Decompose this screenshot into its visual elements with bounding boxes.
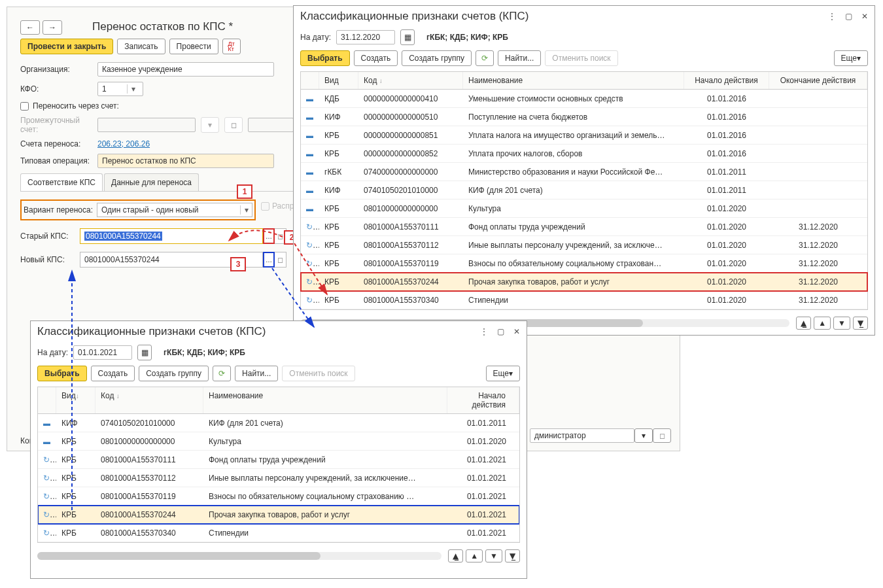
table-row[interactable]: ▬КРБ00000000000000851Уплата налога на им… xyxy=(301,126,867,145)
table-row[interactable]: ▬КРБ08010000000000000Культура01.01.2020 xyxy=(301,199,867,218)
col-naim[interactable]: Наименование xyxy=(463,72,684,89)
table-row[interactable]: ▬КРБ08010000000000000Культура01.01.2020 xyxy=(38,432,519,451)
table-row[interactable]: ↻ ▬КРБ0801000А155370340Стипендии01.01.20… xyxy=(301,291,867,309)
admin-field-wrap: дминистратор ▾ ◻ xyxy=(530,428,671,443)
dialog-r-create-group-button[interactable]: Создать группу xyxy=(402,50,472,66)
table-row[interactable]: ▬КИФ07401050201010000КИФ (для 201 счета)… xyxy=(38,414,519,432)
kfo-field[interactable]: 1▾ xyxy=(97,82,143,96)
dialog-r-date-label: На дату: xyxy=(300,33,331,42)
dialog-b-more-button[interactable]: Еще ▾ xyxy=(486,366,520,381)
dialog-b-grid: Вид↓ Код ↓ Наименование Начало действия … xyxy=(37,387,520,543)
table-row[interactable]: ▬КИФ07401050201010000КИФ (для 201 счета)… xyxy=(301,181,867,199)
admin-dd[interactable]: ▾ xyxy=(634,428,653,443)
old-kps-field[interactable]: 0801000А155370244 xyxy=(80,228,263,244)
grid-r-nav-bottom[interactable]: ▼̲ xyxy=(853,317,868,330)
accounts-link[interactable]: 206.23; 206.26 xyxy=(97,139,150,148)
tab-correspondence[interactable]: Соответствие КПС xyxy=(20,173,103,191)
dialog-b-create-group-button[interactable]: Создать группу xyxy=(139,366,209,381)
write-button[interactable]: Записать xyxy=(117,39,165,54)
dialog-r-find-button[interactable]: Найти... xyxy=(498,50,541,66)
col-kod[interactable]: Код ↓ xyxy=(358,72,463,89)
dialog-b-cal-button[interactable]: ▦ xyxy=(137,345,152,360)
table-row[interactable]: ▬гКБК07400000000000000Министерство образ… xyxy=(301,163,867,181)
dialog-r-more-button[interactable]: Еще ▾ xyxy=(834,50,868,66)
dialog-r-menu-icon[interactable]: ⋮ xyxy=(828,12,836,21)
col-b-kod[interactable]: Код ↓ xyxy=(95,387,203,413)
grid-r-nav-down[interactable]: ▼ xyxy=(833,317,850,330)
admin-open[interactable]: ◻ xyxy=(653,428,671,443)
inter-field-1 xyxy=(97,118,196,132)
dialog-b-date-field[interactable]: 01.01.2021 xyxy=(73,345,132,360)
dialog-b-menu-icon[interactable]: ⋮ xyxy=(480,327,488,336)
table-row[interactable]: ↻ ▬КРБ0801000А155370119Взносы по обязате… xyxy=(301,254,867,273)
kps-dialog-new: Классификационные признаки счетов (КПС) … xyxy=(30,320,527,579)
dialog-b-filter-text: гКБК; КДБ; КИФ; КРБ xyxy=(164,348,245,357)
grid-b-nav-bottom[interactable]: ▼̲ xyxy=(505,549,520,562)
col-b-vid[interactable]: Вид↓ xyxy=(56,387,95,413)
table-row[interactable]: ↻ ▬КРБ0801000А155370111Фонд оплаты труда… xyxy=(301,218,867,236)
dialog-r-refresh-button[interactable]: ⟳ xyxy=(476,50,494,66)
grid-r-nav-top[interactable]: ▲̲ xyxy=(796,317,811,330)
dialog-r-create-button[interactable]: Создать xyxy=(354,50,398,66)
grid-b-nav-down[interactable]: ▼ xyxy=(485,549,502,562)
callout-1: 1 xyxy=(237,184,252,199)
dialog-b-hscroll[interactable] xyxy=(37,552,441,560)
table-row[interactable]: ▬КДБ00000000000000410Уменьшение стоимост… xyxy=(301,90,867,108)
process-close-button[interactable]: Провести и закрыть xyxy=(20,39,113,54)
col-b-start[interactable]: Начало действия xyxy=(447,387,519,413)
dialog-b-find-button[interactable]: Найти... xyxy=(235,366,278,381)
col-vid[interactable]: Вид xyxy=(319,72,358,89)
old-kps-open-button[interactable]: … xyxy=(263,228,275,244)
dialog-b-close-icon[interactable]: ✕ xyxy=(513,327,520,336)
variant-select[interactable]: Один старый - один новый ▾ xyxy=(97,203,252,217)
org-field[interactable]: Казенное учреждение xyxy=(97,62,274,77)
variant-label: Вариант переноса: xyxy=(24,205,93,215)
col-b-naim[interactable]: Наименование xyxy=(203,387,447,413)
org-label: Организация: xyxy=(20,65,92,74)
page-title: Перенос остатков по КПС * xyxy=(92,20,233,33)
kfo-label: КФО: xyxy=(20,84,92,94)
dialog-r-close-icon[interactable]: ✕ xyxy=(861,12,868,21)
dtkt-button[interactable]: ДтКт xyxy=(222,39,241,54)
dialog-b-restore-icon[interactable]: ▢ xyxy=(497,327,504,336)
dialog-r-cancel-find-button[interactable]: Отменить поиск xyxy=(545,50,617,66)
typical-field[interactable]: Перенос остатков по КПС xyxy=(97,154,274,168)
tab-data[interactable]: Данные для переноса xyxy=(104,173,199,191)
table-row[interactable]: ↻ ▬КРБ0801000А155370112Иные выплаты перс… xyxy=(38,469,519,487)
grid-b-nav-top[interactable]: ▲̲ xyxy=(448,549,463,562)
dialog-b-date-label: На дату: xyxy=(37,348,68,357)
callout-3: 3 xyxy=(230,257,246,271)
new-kps-ext-button[interactable]: ◻ xyxy=(275,252,286,268)
table-row[interactable]: ↻ ▬КРБ0801000А155370340Стипендии01.01.20… xyxy=(38,524,519,542)
table-row[interactable]: ↻ ▬КРБ0801000А155370244Прочая закупка то… xyxy=(38,506,519,524)
col-end[interactable]: Окончание действия xyxy=(769,72,867,89)
transfer-through-label: Переносить через счет: xyxy=(33,101,119,111)
dialog-b-create-button[interactable]: Создать xyxy=(91,366,135,381)
variant-row: Вариант переноса: Один старый - один нов… xyxy=(20,199,256,220)
dialog-r-date-field[interactable]: 31.12.2020 xyxy=(336,30,395,44)
table-row[interactable]: ▬КРБ00000000000000852Уплата прочих налог… xyxy=(301,145,867,163)
inter-label: Промежуточный счет: xyxy=(20,116,92,134)
table-row[interactable]: ↻ ▬КРБ0801000А155370244Прочая закупка то… xyxy=(301,273,867,291)
inter-field-2 xyxy=(248,118,294,132)
grid-b-nav-up[interactable]: ▲ xyxy=(466,549,483,562)
nav-back-button[interactable]: ← xyxy=(20,20,40,35)
transfer-through-checkbox[interactable] xyxy=(20,102,29,111)
dialog-r-cal-button[interactable]: ▦ xyxy=(400,29,415,45)
col-start[interactable]: Начало действия xyxy=(684,72,769,89)
table-row[interactable]: ↻ ▬КРБ0801000А155370111Фонд оплаты труда… xyxy=(38,451,519,469)
nav-forward-button[interactable]: → xyxy=(43,20,62,35)
dialog-r-restore-icon[interactable]: ▢ xyxy=(845,12,852,21)
dialog-b-cancel-find-button[interactable]: Отменить поиск xyxy=(282,366,355,381)
process-button[interactable]: Провести xyxy=(169,39,218,54)
table-row[interactable]: ▬КИФ00000000000000510Поступление на счет… xyxy=(301,108,867,126)
new-kps-open-button[interactable]: … xyxy=(263,252,275,268)
table-row[interactable]: ↻ ▬КРБ0801000А155370119Взносы по обязате… xyxy=(38,487,519,506)
dialog-b-refresh-button[interactable]: ⟳ xyxy=(213,366,231,381)
table-row[interactable]: ↻ ▬КРБ0801000А155370112Иные выплаты перс… xyxy=(301,236,867,254)
grid-r-nav-up[interactable]: ▲ xyxy=(814,317,831,330)
dialog-b-select-button[interactable]: Выбрать xyxy=(37,366,87,381)
old-kps-label: Старый КПС: xyxy=(20,232,76,241)
admin-field[interactable]: дминистратор xyxy=(530,428,634,443)
dialog-r-select-button[interactable]: Выбрать xyxy=(300,50,350,66)
